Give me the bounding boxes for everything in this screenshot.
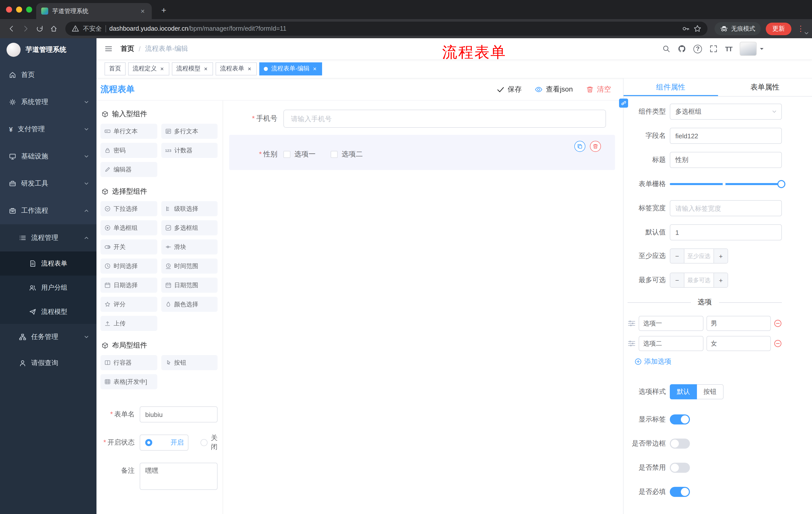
phone-input[interactable] [283, 110, 606, 128]
chevron-down-icon[interactable] [804, 30, 810, 36]
palette-item-table[interactable]: 表格[开发中] [100, 374, 157, 389]
drag-handle-icon[interactable] [628, 319, 636, 327]
forward-icon[interactable] [19, 22, 32, 35]
style-default-button[interactable]: 默认 [670, 384, 697, 399]
decrement-icon[interactable]: − [670, 273, 685, 287]
update-button[interactable]: 更新 [766, 22, 791, 35]
sidebar-item-process-management[interactable]: 流程管理 [0, 224, 96, 251]
tag-close-icon[interactable]: × [312, 65, 318, 72]
sidebar-item-process-model[interactable]: 流程模型 [0, 300, 96, 324]
palette-item-color-picker[interactable]: 颜色选择 [161, 297, 218, 312]
option-label-input[interactable] [639, 316, 703, 331]
palette-item-time-picker[interactable]: 时间选择 [100, 259, 157, 274]
label-width-input[interactable] [670, 200, 782, 216]
option-value-input[interactable] [706, 316, 771, 331]
increment-icon[interactable]: + [714, 273, 728, 287]
delete-component-button[interactable] [590, 141, 601, 152]
remark-textarea[interactable]: 嘿嘿 [140, 463, 218, 490]
palette-item-single-line-text[interactable]: 单行文本 [100, 124, 157, 139]
palette-item-multiline-text[interactable]: 多行文本 [161, 124, 218, 139]
palette-item-date-range[interactable]: 日期范围 [161, 278, 218, 293]
window-minimize-button[interactable] [16, 6, 22, 12]
palette-item-counter[interactable]: 123 计数器 [161, 143, 218, 158]
palette-item-cascader[interactable]: 级联选择 [161, 201, 218, 216]
sidebar-item-workflow[interactable]: 工作流程 [0, 197, 96, 224]
copy-component-button[interactable] [574, 141, 585, 152]
style-button-button[interactable]: 按钮 [697, 384, 724, 399]
tag-process-model[interactable]: 流程模型 × [172, 62, 213, 75]
tab-component-props[interactable]: 组件属性 [624, 78, 718, 96]
increment-icon[interactable]: + [714, 249, 728, 263]
hamburger-icon[interactable] [105, 45, 113, 53]
title-input[interactable] [670, 152, 782, 168]
border-toggle[interactable] [670, 438, 690, 449]
sidebar-item-payment-management[interactable]: ¥ 支付管理 [0, 116, 96, 143]
decrement-icon[interactable]: − [670, 249, 685, 263]
slider-handle[interactable] [777, 180, 785, 188]
palette-item-editor[interactable]: 编辑器 [100, 162, 157, 177]
sidebar-item-user-group[interactable]: 用户分组 [0, 276, 96, 300]
option-label-input[interactable] [639, 336, 703, 351]
sidebar-item-task-management[interactable]: 任务管理 [0, 324, 96, 350]
tab-close-icon[interactable]: × [139, 6, 147, 16]
bookmark-star-icon[interactable] [693, 25, 701, 33]
canvas-item-phone[interactable]: 手机号 [229, 107, 615, 131]
option-value-input[interactable] [706, 336, 771, 351]
tag-process-form-edit[interactable]: 流程表单-编辑 × [259, 62, 322, 75]
tag-home[interactable]: 首页 [105, 62, 126, 75]
tag-process-form[interactable]: 流程表单 × [215, 62, 257, 75]
browser-tab[interactable]: 芋道管理系统 × [36, 3, 152, 19]
search-icon[interactable] [662, 45, 670, 53]
remove-option-icon[interactable] [774, 319, 782, 327]
remove-option-icon[interactable] [774, 340, 782, 348]
tab-form-props[interactable]: 表单属性 [718, 78, 812, 96]
form-canvas[interactable]: 手机号 [223, 101, 623, 514]
grid-slider[interactable] [670, 176, 782, 192]
fullscreen-icon[interactable] [709, 45, 718, 53]
default-value-input[interactable] [670, 224, 782, 240]
palette-item-time-range[interactable]: 时间范围 [161, 259, 218, 274]
sidebar-item-leave-query[interactable]: 请假查询 [0, 350, 96, 376]
address-bar[interactable]: 不安全 dashboard.yudao.iocoder.cn /bpm/mana… [65, 22, 707, 36]
reload-icon[interactable] [33, 22, 46, 35]
show-label-toggle[interactable] [670, 414, 690, 425]
sidebar-item-home[interactable]: 首页 [0, 61, 96, 88]
component-type-select[interactable]: 多选框组 [670, 104, 782, 120]
palette-item-button[interactable]: 按钮 [161, 355, 218, 370]
view-json-button[interactable]: 查看json [535, 85, 573, 94]
gender-option2-checkbox[interactable]: 选项二 [330, 150, 363, 159]
window-close-button[interactable] [6, 6, 12, 12]
back-icon[interactable] [5, 22, 18, 35]
palette-item-select[interactable]: 下拉选择 [100, 201, 157, 216]
tag-close-icon[interactable]: × [159, 65, 165, 72]
sidebar-item-system-management[interactable]: 系统管理 [0, 88, 96, 116]
github-icon[interactable] [678, 45, 686, 53]
home-icon[interactable] [47, 22, 60, 35]
sidebar-item-dev-tools[interactable]: 研发工具 [0, 170, 96, 197]
required-toggle[interactable] [670, 487, 690, 497]
max-select-input[interactable] [685, 273, 714, 287]
sidebar-item-infrastructure[interactable]: 基础设施 [0, 143, 96, 170]
gender-option1-checkbox[interactable]: 选项一 [283, 150, 316, 159]
window-zoom-button[interactable] [26, 6, 32, 12]
palette-item-switch[interactable]: 开关 [100, 239, 157, 254]
disabled-toggle[interactable] [670, 463, 690, 473]
drag-handle-icon[interactable] [628, 340, 636, 348]
new-tab-button[interactable]: + [158, 4, 170, 17]
palette-item-password[interactable]: 密码 [100, 143, 157, 158]
help-icon[interactable]: ? [693, 45, 702, 53]
min-select-input[interactable] [685, 249, 714, 263]
status-off-radio[interactable]: 关闭 [200, 434, 218, 452]
palette-item-radio-group[interactable]: 单选框组 [100, 220, 157, 235]
palette-item-row-container[interactable]: 行容器 [100, 355, 157, 370]
field-name-input[interactable] [670, 128, 782, 144]
status-on-radio[interactable]: 开启 [140, 435, 188, 451]
key-icon[interactable] [682, 25, 690, 33]
add-option-button[interactable]: 添加选项 [635, 357, 782, 366]
font-size-icon[interactable]: TT [725, 45, 732, 53]
save-button[interactable]: 保存 [497, 85, 522, 94]
palette-item-rating[interactable]: 评分 [100, 297, 157, 312]
palette-item-upload[interactable]: 上传 [100, 316, 157, 331]
canvas-item-gender-selected[interactable]: 性别 选项一 选项二 [229, 135, 615, 170]
palette-item-slider[interactable]: 滑块 [161, 239, 218, 254]
